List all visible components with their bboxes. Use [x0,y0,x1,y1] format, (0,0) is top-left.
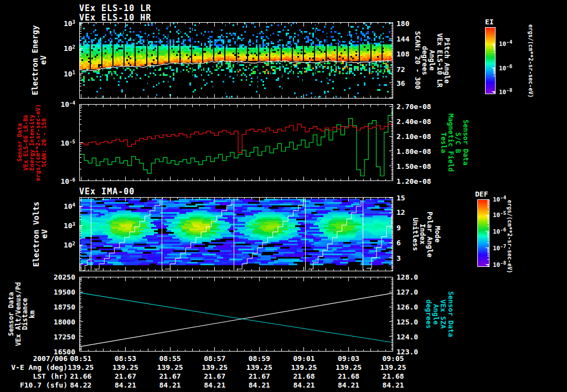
sza-axis-label-line: degrees [425,277,432,352]
panel2-left-tick: 10-4 [39,100,75,109]
time-axis-row-value: 08:53 [115,354,136,363]
mode-axis-label-line: Index [419,197,426,271]
panel3-right-tick: 6 [396,239,401,247]
time-axis-row-value: 09:03 [338,354,359,363]
altitude-sza-canvas [79,277,393,352]
date-label: 2007/006 [0,354,68,363]
panel4-right-tick: 127.0 [396,288,418,296]
panel2-left-tick: 10-5 [39,138,75,147]
panel1-right-tick: 72 [396,65,405,74]
ve-ang-row-value: 139.25 [336,363,362,372]
def-colorbar [477,199,489,267]
distance-y-axis-label-line: VEx Alt/Venus/Pd [15,277,22,352]
panel4-left-tick: 19500 [39,288,75,296]
ei-colorbar-tick: 10-8 [499,89,512,96]
lst-row-value: 21.67 [249,372,270,380]
sza-axis-label-line: Angle [432,277,440,352]
panel2-right-tick: 1.50e-08 [396,162,431,171]
pitch-angle-axis-label: Pitch AngleVEx ELS-10 LRAngledegreesSCAN… [414,22,451,99]
time-axis-row-value: 09:05 [382,354,404,363]
panel1-left-tick: 101 [39,70,75,78]
ima-spectrogram-canvas [79,197,393,271]
pitch-angle-axis-label-line: VEx ELS-10 LR [436,22,443,99]
vex-quicklook-display: VEx ELS-10 LR VEx ELS-10 HR VEx IMA-00 E… [0,0,567,392]
panel2-right-tick: 2.70e-08 [396,102,431,110]
panel1-right-tick: 180 [396,19,409,27]
pitch-angle-axis-label-line: degrees [421,22,429,99]
panel1-left-tick: 103 [39,19,75,28]
panel1-left-tick: 102 [39,44,75,52]
panel4-left-tick: 18000 [39,318,75,326]
bfield-axis-label-line: Sensor Data [462,104,469,181]
panel3-right-tick: 12 [396,208,405,216]
f107-row-value: 84.21 [382,381,404,389]
ve-ang-row-value: 139.25 [202,363,228,372]
panel3-left-tick: 104 [39,202,75,210]
lst-row-value: 21.67 [204,372,225,380]
pitch-angle-axis-label-line: SCAN: 20 - 300 [414,22,421,99]
els-title-line2: VEx ELS-10 HR [79,13,151,23]
pitch-angle-axis-label-line: Pitch Angle [444,22,451,99]
ve-ang-row-value: 139.25 [157,363,183,372]
def-colorbar-units: ergs/(cm**2-sr-sec-eV) [506,198,512,275]
intensity-bfield-canvas [79,104,393,181]
time-axis-row-value: 08:51 [70,354,91,363]
def-colorbar-title: DEF [475,190,488,198]
els-title-line1: VEx ELS-10 LR [79,3,151,13]
els-y-axis-label-line: Electron Energy [31,22,39,99]
mode-axis-label-line: Polar Angle [426,197,434,271]
els-y-axis-label: Electron EnergyeV [31,22,47,99]
def-colorbar-tick: 10-6 [493,228,506,235]
lst-row-value: 21.68 [382,372,404,380]
panel3-right-tick: 15 [396,194,405,202]
panel4-left-tick: 18750 [39,303,75,311]
panel2-right-tick: 1.20e-08 [396,177,431,185]
ve-ang-row-value: 139.25 [112,363,138,372]
ve-ang-row-value: 139.25 [291,363,317,372]
sza-axis-label: Sensor DataVEx SZAAngledegrees [425,277,455,352]
time-axis-row-value: 09:01 [293,354,315,363]
lst-row-value: 21.67 [115,372,136,380]
sza-axis-label-line: VEx SZA [440,277,447,352]
panel1-right-tick: 108 [396,49,409,58]
distance-y-axis-label: Sensor DataVEx Alt/Venus/PdDistancekm [8,277,35,352]
f107-row-value: 84.21 [115,381,136,389]
time-axis-row-value: 08:55 [159,354,181,363]
ve-ang-row-label: V-E Ang (deg) [0,363,68,372]
mode-axis-label-line: Unitless [412,197,419,271]
ve-ang-row-value: 139.25 [68,363,94,372]
panel2-right-tick: 2.10e-08 [396,132,431,140]
ei-colorbar-units: ergs/(cm**2-sr-sec-eV) [527,23,533,99]
def-colorbar-tick: 10-4 [493,196,506,203]
panel4-right-tick: 128.0 [396,273,418,281]
panel4-right-tick: 126.0 [396,303,418,311]
def-colorbar-tick: 10-8 [493,261,506,268]
ei-colorbar-tick: 10-4 [499,40,512,48]
panel3-right-tick: 9 [396,223,401,231]
panel2-left-tick: 10-6 [39,177,75,185]
panel2-right-tick: 2.40e-08 [396,117,431,125]
lst-row-value: 21.66 [70,372,91,380]
lst-row-value: 21.68 [338,372,359,380]
def-colorbar-tick: 10-7 [493,244,506,251]
ima-title: VEx IMA-00 [79,187,135,197]
f107-row-value: 84.21 [338,381,359,389]
mode-axis-label: ModePolar AngleIndexUnitless [412,197,441,271]
lst-row-value: 21.67 [159,372,181,380]
lst-row-value: 21.68 [293,372,315,380]
lst-row-label: LST (hr) [0,372,68,380]
ve-ang-row-value: 139.25 [246,363,272,372]
ei-colorbar-tick: 10-6 [499,64,512,71]
els-spectrogram-canvas [79,22,393,99]
panel2-right-tick: 1.80e-08 [396,147,431,155]
panel3-left-tick: 102 [39,241,75,249]
distance-y-axis-label-line: km [29,277,36,352]
ei-colorbar [485,27,496,94]
ei-colorbar-title: EI [485,18,494,26]
bfield-axis-label: Sensor DataS/C BMagnetic FieldTesla [440,104,470,181]
time-axis-row-value: 08:57 [204,354,225,363]
def-colorbar-tick: 10-5 [493,212,506,219]
panel3-left-tick: 103 [39,221,75,230]
f107-row-value: 84.21 [204,381,225,389]
els-y-axis-label-line: eV [39,22,48,99]
